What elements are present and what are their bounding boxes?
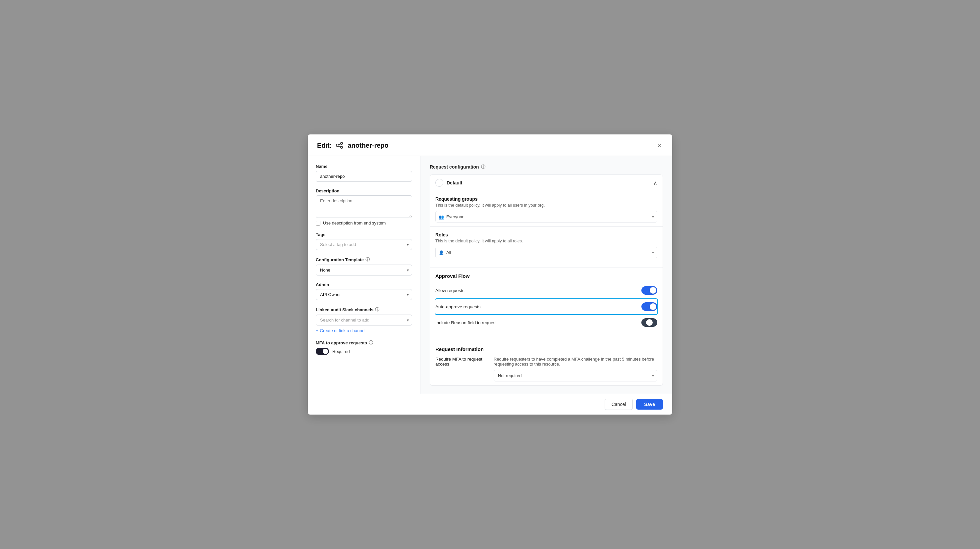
auto-approve-toggle-slider: [641, 302, 657, 311]
mfa-field-group: MFA to approve requests ⓘ Required: [316, 340, 412, 355]
cancel-button[interactable]: Cancel: [605, 399, 633, 410]
description-field-group: Description Use description from end sys…: [316, 189, 412, 225]
allow-requests-toggle-slider: [641, 286, 657, 295]
config-template-info-icon: ⓘ: [366, 257, 370, 263]
svg-point-2: [340, 146, 342, 148]
modal-title: Edit: another-repo: [317, 141, 389, 150]
name-field-group: Name: [316, 164, 412, 182]
roles-desc: This is the default policy. It will appl…: [435, 239, 657, 243]
create-link-label: Create or link a channel: [320, 328, 366, 333]
requesting-groups-section: Requesting groups This is the default po…: [430, 191, 663, 227]
include-reason-label: Include Reason field in request: [435, 320, 496, 325]
roles-title: Roles: [435, 232, 657, 237]
config-card: − Default ∧ Requesting groups This is th…: [430, 175, 663, 386]
config-template-field-group: Configuration Template ⓘ None ▾: [316, 257, 412, 276]
slack-channels-label: Linked audit Slack channels ⓘ: [316, 306, 412, 313]
section-title: Request configuration: [430, 164, 479, 170]
main-content: Request configuration ⓘ − Default ∧ R: [420, 156, 672, 394]
admin-select-wrapper: API Owner ▾: [316, 289, 412, 300]
requesting-groups-title: Requesting groups: [435, 196, 657, 202]
mfa-select-wrapper: Not required Required ▾: [494, 370, 657, 381]
request-config-header: Request configuration ⓘ: [430, 164, 663, 170]
mfa-select[interactable]: Not required Required: [494, 370, 657, 381]
approval-flow-title: Approval Flow: [435, 273, 657, 279]
default-label: Default: [447, 180, 462, 186]
roles-select-wrapper: 👤 All ▾: [435, 247, 657, 258]
repo-icon: [335, 141, 344, 150]
tags-field-group: Tags Select a tag to add ▾: [316, 232, 412, 250]
config-card-header: − Default ∧: [430, 175, 663, 191]
request-info-section: Request Information Require MFA to reque…: [430, 341, 663, 386]
include-reason-toggle[interactable]: [641, 318, 657, 327]
allow-requests-row: Allow requests: [435, 283, 657, 298]
name-input[interactable]: [316, 171, 412, 182]
tags-select[interactable]: Select a tag to add: [316, 239, 412, 250]
allow-requests-toggle[interactable]: [641, 286, 657, 295]
request-info-title: Request Information: [435, 346, 657, 352]
auto-approve-label: Auto-approve requests: [435, 304, 481, 309]
name-label: Name: [316, 164, 412, 169]
approval-flow-section: Approval Flow Allow requests Auto-approv…: [430, 268, 663, 334]
allow-requests-label: Allow requests: [435, 288, 465, 293]
description-input[interactable]: [316, 195, 412, 218]
mfa-row: Require MFA to request access Require re…: [435, 357, 657, 381]
svg-line-3: [339, 144, 340, 145]
mfa-toggle-row: Required: [316, 347, 412, 355]
modal-footer: Cancel Save: [308, 394, 672, 414]
requesting-groups-desc: This is the default policy. It will appl…: [435, 203, 657, 208]
plus-icon: +: [316, 328, 318, 333]
group-icon: 👥: [439, 214, 444, 219]
mfa-info-icon: ⓘ: [369, 340, 373, 346]
config-template-select[interactable]: None: [316, 265, 412, 276]
config-card-header-left: − Default: [435, 179, 462, 187]
title-prefix: Edit:: [317, 142, 332, 149]
tags-select-wrapper: Select a tag to add ▾: [316, 239, 412, 250]
edit-modal: Edit: another-repo ×: [308, 135, 672, 414]
config-template-label: Configuration Template ⓘ: [316, 257, 412, 263]
roles-icon: 👤: [439, 250, 444, 255]
mfa-desc: Require requesters to have completed a M…: [494, 357, 657, 367]
mfa-desc-col: Require requesters to have completed a M…: [494, 357, 657, 381]
close-button[interactable]: ×: [656, 140, 663, 150]
roles-section: Roles This is the default policy. It wil…: [430, 227, 663, 262]
mfa-toggle-slider: [316, 347, 329, 355]
slack-channels-field-group: Linked audit Slack channels ⓘ Search for…: [316, 306, 412, 333]
svg-point-1: [340, 142, 342, 144]
requesting-groups-select-wrapper: 👥 Everyone ▾: [435, 211, 657, 222]
use-description-row: Use description from end system: [316, 221, 412, 225]
mfa-request-label: Require MFA to request access: [435, 357, 488, 367]
svg-point-0: [336, 144, 339, 147]
auto-approve-toggle[interactable]: [641, 302, 657, 311]
svg-line-4: [339, 146, 340, 147]
mfa-toggle[interactable]: [316, 347, 329, 355]
sidebar: Name Description Use description from en…: [308, 156, 420, 394]
config-template-select-wrapper: None ▾: [316, 265, 412, 276]
repo-name: another-repo: [348, 142, 388, 149]
admin-field-group: Admin API Owner ▾: [316, 282, 412, 300]
create-link-button[interactable]: + Create or link a channel: [316, 328, 412, 333]
slack-channel-select[interactable]: Search for channel to add: [316, 314, 412, 325]
use-description-checkbox[interactable]: [316, 221, 320, 225]
mfa-approve-label: MFA to approve requests ⓘ: [316, 340, 412, 346]
auto-approve-row: Auto-approve requests: [435, 298, 658, 315]
modal-body: Name Description Use description from en…: [308, 156, 672, 394]
tags-label: Tags: [316, 232, 412, 237]
description-label: Description: [316, 189, 412, 194]
modal-header: Edit: another-repo ×: [308, 135, 672, 156]
admin-select[interactable]: API Owner: [316, 289, 412, 300]
mfa-label-col: Require MFA to request access: [435, 357, 488, 367]
include-reason-toggle-slider: [641, 318, 657, 327]
save-button[interactable]: Save: [636, 399, 663, 409]
include-reason-row: Include Reason field in request: [435, 315, 657, 330]
admin-label: Admin: [316, 282, 412, 287]
collapse-button[interactable]: ∧: [653, 180, 657, 186]
use-description-label[interactable]: Use description from end system: [323, 221, 386, 225]
mfa-toggle-label: Required: [332, 349, 350, 354]
slack-info-icon: ⓘ: [375, 306, 379, 313]
slack-select-wrapper: Search for channel to add ▾: [316, 314, 412, 325]
minus-button[interactable]: −: [435, 179, 443, 187]
roles-select[interactable]: All: [435, 247, 657, 258]
requesting-groups-select[interactable]: Everyone: [435, 211, 657, 222]
section-info-icon: ⓘ: [481, 164, 485, 170]
